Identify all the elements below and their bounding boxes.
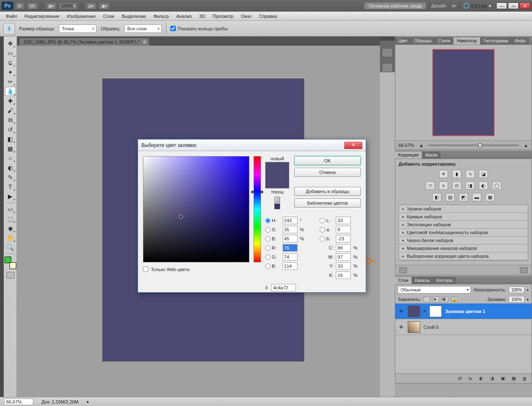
- hue-slider[interactable]: [254, 156, 261, 262]
- document-tab[interactable]: DSC_0061.JPG @ 66,7% (Заливка цветом 1, …: [20, 38, 149, 46]
- tab-channels[interactable]: Каналы: [411, 277, 433, 284]
- link-layers-icon[interactable]: ⇄: [456, 376, 463, 382]
- preset-exposure[interactable]: Экспозиция наборов: [399, 221, 528, 229]
- a-radio[interactable]: [320, 227, 325, 232]
- navigator-view[interactable]: [395, 45, 532, 140]
- opacity-field[interactable]: 100%: [509, 286, 525, 293]
- adj-hue-icon[interactable]: ≡: [439, 181, 448, 190]
- 3d-camera-tool[interactable]: ◉: [5, 224, 16, 233]
- menu-filter[interactable]: Фильтр: [150, 13, 172, 20]
- adj-threshold-icon[interactable]: ◩: [459, 193, 468, 201]
- color-swatches[interactable]: [5, 257, 16, 269]
- quickmask-toggle[interactable]: [6, 272, 15, 279]
- l-radio[interactable]: [320, 218, 325, 223]
- lock-move-icon[interactable]: ✥: [442, 296, 448, 302]
- layer-name[interactable]: Заливка цветом 1: [445, 309, 485, 314]
- 3d-tool[interactable]: ⬚: [5, 214, 16, 223]
- workspace-switcher[interactable]: Основная рабочая среда: [365, 2, 426, 9]
- window-maximize-btn[interactable]: ▭: [508, 2, 519, 9]
- h-field[interactable]: [283, 217, 298, 224]
- m-field[interactable]: [336, 253, 351, 261]
- crop-tool[interactable]: ✂: [5, 77, 16, 86]
- a-field[interactable]: [336, 226, 351, 233]
- history-brush-tool[interactable]: ↺: [5, 125, 16, 134]
- r-field[interactable]: [283, 244, 298, 252]
- ok-button[interactable]: OK: [294, 156, 361, 165]
- eyedropper-tool[interactable]: 💧: [5, 87, 16, 96]
- bval-field[interactable]: [283, 235, 298, 242]
- adj-clip-icon[interactable]: [520, 267, 527, 273]
- dodge-tool[interactable]: ◐: [5, 163, 16, 172]
- g-radio[interactable]: [265, 254, 271, 260]
- preset-hue[interactable]: Цветовой тон/Насыщенность наборов: [399, 229, 528, 237]
- layer-name[interactable]: Слой 0: [424, 325, 438, 330]
- bb-radio[interactable]: [265, 264, 271, 269]
- websafe-swatch[interactable]: [274, 203, 280, 209]
- s-field[interactable]: [283, 226, 298, 233]
- stamp-tool[interactable]: ⧉: [5, 115, 16, 125]
- lock-pixels-icon[interactable]: [424, 296, 430, 302]
- tab-styles[interactable]: Стили: [435, 37, 453, 44]
- show-sampling-ring-check[interactable]: Показать кольцо пробы: [170, 26, 228, 31]
- eraser-tool[interactable]: ◧: [5, 135, 16, 144]
- menu-image[interactable]: Изображение: [64, 13, 99, 20]
- launch-bridge-btn[interactable]: Br: [15, 2, 25, 10]
- menu-analysis[interactable]: Анализ: [173, 13, 195, 20]
- sample-size-select[interactable]: Точка: [59, 24, 96, 33]
- adj-mixer-icon[interactable]: ◯: [492, 181, 501, 190]
- zoom-in-icon[interactable]: ▲: [524, 143, 528, 148]
- zoom-out-icon[interactable]: ▲: [419, 143, 424, 148]
- hand-tool[interactable]: ✋: [5, 233, 16, 242]
- adj-invert-icon[interactable]: ◧: [432, 193, 441, 201]
- adj-posterize-icon[interactable]: ▨: [446, 193, 455, 201]
- group-icon[interactable]: ▣: [499, 376, 507, 382]
- gradient-tool[interactable]: ▦: [5, 144, 16, 153]
- lock-position-icon[interactable]: ✦: [433, 296, 439, 302]
- menu-3d[interactable]: 3D: [196, 13, 208, 20]
- design-preset[interactable]: Дизайн: [428, 3, 450, 8]
- h-radio[interactable]: [265, 218, 271, 223]
- menu-select[interactable]: Выделение: [118, 13, 149, 20]
- y-field[interactable]: [336, 262, 351, 270]
- screen-mode-btn[interactable]: ▣▾: [99, 2, 110, 10]
- dialog-close-btn[interactable]: ✕: [344, 142, 362, 149]
- view-extras-btn[interactable]: ▦▾: [45, 2, 57, 10]
- healing-tool[interactable]: ✚: [5, 96, 16, 105]
- adj-brightness-icon[interactable]: ☀: [439, 170, 448, 178]
- status-arrow-icon[interactable]: ▸: [87, 399, 89, 404]
- layer-mask-thumb[interactable]: [429, 306, 442, 317]
- menu-edit[interactable]: Редактирование: [21, 13, 63, 20]
- adj-bw-icon[interactable]: ◨: [466, 181, 475, 190]
- preset-selective[interactable]: Выборочная коррекция цвета наборов: [399, 252, 528, 260]
- zoom-level-btn[interactable]: 100% ▾: [59, 2, 78, 10]
- sample-layers-select[interactable]: Все слои: [124, 24, 162, 33]
- tab-masks[interactable]: Маски: [422, 152, 441, 159]
- zoom-tool[interactable]: 🔍: [5, 243, 16, 252]
- sv-cursor[interactable]: [179, 215, 183, 219]
- adj-expand-icon[interactable]: [399, 267, 407, 273]
- blend-mode-select[interactable]: Обычные: [398, 286, 471, 293]
- adj-balance-icon[interactable]: ⚖: [452, 181, 461, 190]
- tab-layers[interactable]: Слои: [395, 277, 411, 284]
- marquee-tool[interactable]: ▭: [5, 49, 16, 58]
- menu-view[interactable]: Просмотр: [209, 13, 236, 20]
- layer-row-0[interactable]: 👁 Слой 0: [395, 319, 532, 335]
- layer-thumb[interactable]: [408, 306, 420, 317]
- left-dock-grip[interactable]: [0, 37, 4, 397]
- adj-exposure-icon[interactable]: ◪: [479, 170, 488, 178]
- arrange-docs-btn[interactable]: ▤▾: [85, 2, 97, 10]
- preset-channel[interactable]: Микширование каналов наборов: [399, 245, 528, 252]
- add-swatch-button[interactable]: Добавить в образцы: [294, 187, 361, 196]
- new-layer-icon[interactable]: ▦: [510, 376, 517, 382]
- shape-tool[interactable]: ▭: [5, 205, 16, 214]
- r-radio[interactable]: [265, 245, 271, 251]
- cslive-btn[interactable]: CS Live▾: [463, 3, 491, 9]
- color-libraries-button[interactable]: Библиотеки цветов: [294, 198, 361, 208]
- pen-tool[interactable]: ✎: [5, 173, 16, 182]
- tab-info[interactable]: Инфо: [512, 37, 530, 44]
- preset-curves[interactable]: Кривые наборов: [399, 213, 528, 221]
- tab-adjustments[interactable]: Коррекция: [395, 152, 422, 159]
- menu-layer[interactable]: Слои: [100, 13, 118, 20]
- layer-visibility-icon[interactable]: 👁: [398, 308, 404, 315]
- adj-photo-icon[interactable]: ◐: [479, 181, 488, 190]
